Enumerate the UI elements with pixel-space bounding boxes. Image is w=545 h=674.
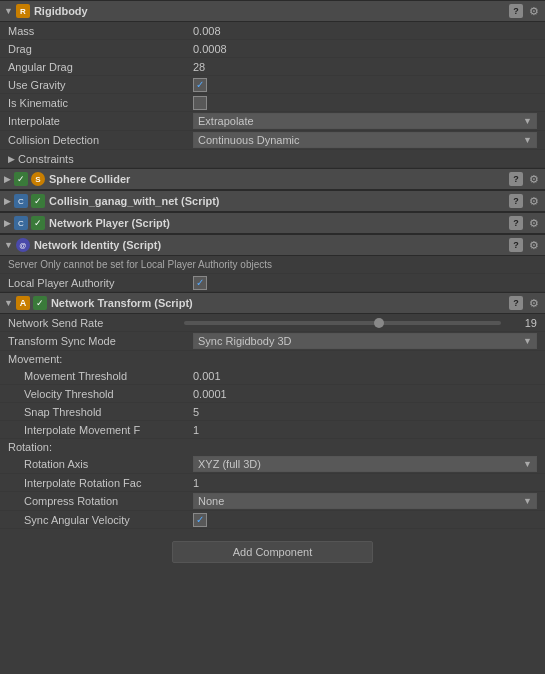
local-player-authority-label: Local Player Authority <box>8 277 193 289</box>
rotation-axis-dropdown[interactable]: XYZ (full 3D) ▼ <box>193 456 537 472</box>
transform-sync-mode-dropdown[interactable]: Sync Rigidbody 3D ▼ <box>193 333 537 349</box>
snap-threshold-value[interactable]: 5 <box>193 406 537 418</box>
network-send-rate-thumb[interactable] <box>374 318 384 328</box>
network-player-icon: C <box>14 216 28 230</box>
sync-angular-velocity-row: Sync Angular Velocity ✓ <box>0 511 545 529</box>
network-transform-header[interactable]: ▼ A ✓ Network Transform (Script) ? ⚙ <box>0 292 545 314</box>
network-send-rate-value[interactable]: 19 <box>507 317 537 329</box>
interpolate-rotation-row: Interpolate Rotation Fac 1 <box>0 474 545 492</box>
mass-label: Mass <box>8 25 193 37</box>
network-player-info-icon[interactable]: ? <box>509 216 523 230</box>
network-send-rate-label: Network Send Rate <box>8 317 178 329</box>
rigidbody-header[interactable]: ▼ R Rigidbody ? ⚙ <box>0 0 545 22</box>
collision-script-enabled[interactable]: ✓ <box>31 194 45 208</box>
inspector-panel: ▼ R Rigidbody ? ⚙ Mass 0.008 Drag 0.0008… <box>0 0 545 571</box>
network-player-header-icons: ? ⚙ <box>509 216 541 230</box>
movement-threshold-row: Movement Threshold 0.001 <box>0 367 545 385</box>
network-player-header[interactable]: ▶ C ✓ Network Player (Script) ? ⚙ <box>0 212 545 234</box>
rigidbody-info-icon[interactable]: ? <box>509 4 523 18</box>
interpolate-dropdown-value: Extrapolate <box>198 115 254 127</box>
is-kinematic-check[interactable] <box>193 96 207 110</box>
add-component-bar: Add Component <box>0 533 545 571</box>
network-send-rate-row: Network Send Rate 19 <box>0 314 545 332</box>
compress-rotation-label: Compress Rotation <box>8 495 193 507</box>
network-send-rate-slider[interactable] <box>184 321 501 325</box>
add-component-button[interactable]: Add Component <box>172 541 374 563</box>
compress-rotation-dropdown[interactable]: None ▼ <box>193 493 537 509</box>
drag-value[interactable]: 0.0008 <box>193 43 537 55</box>
sphere-collapse-arrow: ▶ <box>4 174 11 184</box>
sphere-gear-icon[interactable]: ⚙ <box>527 172 541 186</box>
network-identity-info-icon[interactable]: ? <box>509 238 523 252</box>
network-identity-gear-icon[interactable]: ⚙ <box>527 238 541 252</box>
network-identity-notice: Server Only cannot be set for Local Play… <box>0 256 545 274</box>
interpolate-rotation-value[interactable]: 1 <box>193 477 537 489</box>
collision-detection-value: Continuous Dynamic <box>198 134 300 146</box>
network-identity-header[interactable]: ▼ @ Network Identity (Script) ? ⚙ <box>0 234 545 256</box>
network-player-gear-icon[interactable]: ⚙ <box>527 216 541 230</box>
angular-drag-value[interactable]: 28 <box>193 61 537 73</box>
sync-angular-velocity-checkmark: ✓ <box>196 514 204 525</box>
velocity-threshold-value[interactable]: 0.0001 <box>193 388 537 400</box>
network-player-icons: C ✓ <box>14 216 45 230</box>
compress-rotation-dropdown-box[interactable]: None ▼ <box>193 493 537 509</box>
use-gravity-checkbox[interactable]: ✓ <box>193 78 537 92</box>
rotation-subsection: Rotation: <box>0 439 545 455</box>
network-transform-enabled[interactable]: ✓ <box>33 296 47 310</box>
collision-detection-dropdown-box[interactable]: Continuous Dynamic ▼ <box>193 132 537 148</box>
network-identity-header-icons: ? ⚙ <box>509 238 541 252</box>
network-transform-gear-icon[interactable]: ⚙ <box>527 296 541 310</box>
network-player-enabled[interactable]: ✓ <box>31 216 45 230</box>
interpolate-label: Interpolate <box>8 115 193 127</box>
movement-threshold-value[interactable]: 0.001 <box>193 370 537 382</box>
sphere-enabled-icon[interactable]: ✓ <box>14 172 28 186</box>
mass-value[interactable]: 0.008 <box>193 25 537 37</box>
local-player-authority-checkbox[interactable]: ✓ <box>193 276 537 290</box>
transform-sync-mode-dropdown-box[interactable]: Sync Rigidbody 3D ▼ <box>193 333 537 349</box>
collision-script-icon: C <box>14 194 28 208</box>
sync-angular-velocity-checkbox[interactable]: ✓ <box>193 513 537 527</box>
collision-script-header[interactable]: ▶ C ✓ Collisin_ganag_with_net (Script) ?… <box>0 190 545 212</box>
is-kinematic-row: Is Kinematic <box>0 94 545 112</box>
collision-script-gear-icon[interactable]: ⚙ <box>527 194 541 208</box>
angular-drag-label: Angular Drag <box>8 61 193 73</box>
is-kinematic-checkbox[interactable] <box>193 96 537 110</box>
rotation-axis-label: Rotation Axis <box>8 458 193 470</box>
rigidbody-title: Rigidbody <box>34 5 88 17</box>
rotation-axis-dropdown-box[interactable]: XYZ (full 3D) ▼ <box>193 456 537 472</box>
network-transform-icon: A <box>16 296 30 310</box>
network-transform-collapse-arrow: ▼ <box>4 298 13 308</box>
use-gravity-check[interactable]: ✓ <box>193 78 207 92</box>
mass-row: Mass 0.008 <box>0 22 545 40</box>
network-transform-header-icons: ? ⚙ <box>509 296 541 310</box>
compress-rotation-row: Compress Rotation None ▼ <box>0 492 545 511</box>
transform-sync-mode-value: Sync Rigidbody 3D <box>198 335 292 347</box>
use-gravity-label: Use Gravity <box>8 79 193 91</box>
interpolate-dropdown[interactable]: Extrapolate ▼ <box>193 113 537 129</box>
constraints-row[interactable]: ▶ Constraints <box>0 150 545 168</box>
interpolate-rotation-label: Interpolate Rotation Fac <box>8 477 193 489</box>
snap-threshold-label: Snap Threshold <box>8 406 193 418</box>
collision-script-info-icon[interactable]: ? <box>509 194 523 208</box>
collision-detection-arrow: ▼ <box>523 135 532 145</box>
transform-sync-mode-row: Transform Sync Mode Sync Rigidbody 3D ▼ <box>0 332 545 351</box>
collision-detection-dropdown[interactable]: Continuous Dynamic ▼ <box>193 132 537 148</box>
sphere-info-icon[interactable]: ? <box>509 172 523 186</box>
network-transform-title: Network Transform (Script) <box>51 297 193 309</box>
rigidbody-gear-icon[interactable]: ⚙ <box>527 4 541 18</box>
network-transform-info-icon[interactable]: ? <box>509 296 523 310</box>
collision-detection-row: Collision Detection Continuous Dynamic ▼ <box>0 131 545 150</box>
sphere-collider-title: Sphere Collider <box>49 173 130 185</box>
rigidbody-icons: R <box>16 4 30 18</box>
rotation-axis-row: Rotation Axis XYZ (full 3D) ▼ <box>0 455 545 474</box>
interpolate-movement-value[interactable]: 1 <box>193 424 537 436</box>
interpolate-dropdown-box[interactable]: Extrapolate ▼ <box>193 113 537 129</box>
sync-angular-velocity-check[interactable]: ✓ <box>193 513 207 527</box>
local-player-authority-check[interactable]: ✓ <box>193 276 207 290</box>
rigidbody-collapse-arrow: ▼ <box>4 6 13 16</box>
sync-angular-velocity-label: Sync Angular Velocity <box>8 514 193 526</box>
velocity-threshold-label: Velocity Threshold <box>8 388 193 400</box>
rotation-axis-arrow: ▼ <box>523 459 532 469</box>
sphere-collider-header[interactable]: ▶ ✓ S Sphere Collider ? ⚙ <box>0 168 545 190</box>
transform-sync-mode-arrow: ▼ <box>523 336 532 346</box>
